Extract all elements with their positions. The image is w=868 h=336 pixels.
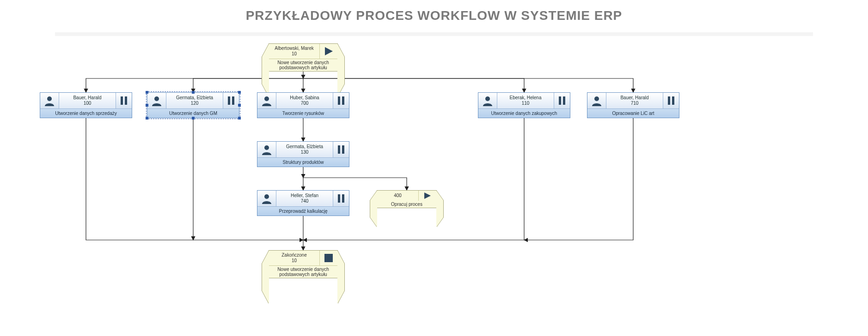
svg-rect-10 xyxy=(559,96,561,105)
svg-rect-4 xyxy=(228,96,230,105)
task-owner: Heller, Stefan xyxy=(276,193,333,198)
subprocess-code: 400 xyxy=(379,193,416,198)
svg-rect-13 xyxy=(668,96,670,105)
task-code: 100 xyxy=(59,101,116,106)
task-desc: Przeprowadź kalkulację xyxy=(257,206,349,216)
task-node-130[interactable]: Germata, Elżbieta 130 Struktury produktó… xyxy=(257,141,349,167)
person-icon xyxy=(587,93,606,108)
person-icon xyxy=(40,93,59,108)
person-icon xyxy=(147,93,166,108)
svg-rect-2 xyxy=(125,96,127,105)
end-node-label: Zakończone xyxy=(271,252,318,258)
svg-point-0 xyxy=(47,96,52,101)
svg-rect-11 xyxy=(563,96,565,105)
task-node-710[interactable]: Bauer, Harald 710 Opracowanie LiC art xyxy=(587,92,679,118)
start-node-owner: Albertowski, Marek xyxy=(271,46,318,51)
start-node-code: 10 xyxy=(271,51,318,57)
task-code: 110 xyxy=(497,101,554,106)
subprocess-node-400[interactable]: 400 Opracuj proces xyxy=(377,190,437,208)
task-owner: Germata, Elżbieta xyxy=(276,144,333,150)
svg-rect-7 xyxy=(338,96,340,105)
task-code: 710 xyxy=(606,101,663,106)
svg-rect-19 xyxy=(338,194,340,203)
svg-point-18 xyxy=(264,194,269,199)
svg-rect-8 xyxy=(342,96,344,105)
play-icon xyxy=(320,44,337,59)
start-node-desc: Nowe utworzenie danych podstawowych arty… xyxy=(269,59,337,71)
svg-rect-14 xyxy=(672,96,674,105)
task-code: 740 xyxy=(276,198,333,204)
task-desc: Utworzenie danych zakupowych xyxy=(478,108,570,118)
stop-icon xyxy=(320,251,337,265)
person-icon xyxy=(257,142,276,157)
person-icon xyxy=(257,191,276,206)
svg-point-6 xyxy=(264,96,269,101)
pause-icon xyxy=(333,191,349,206)
task-desc: Opracowanie LiC art xyxy=(587,108,679,118)
pause-icon xyxy=(554,93,570,108)
task-code: 700 xyxy=(276,101,333,106)
subprocess-desc: Opracuj proces xyxy=(377,201,436,208)
task-owner: Bauer, Harald xyxy=(59,95,116,101)
svg-rect-1 xyxy=(121,96,123,105)
svg-rect-17 xyxy=(342,145,344,154)
task-code: 130 xyxy=(276,150,333,155)
pause-icon xyxy=(116,93,132,108)
pause-icon xyxy=(333,93,349,108)
svg-rect-16 xyxy=(338,145,340,154)
pause-icon xyxy=(663,93,679,108)
pause-icon xyxy=(223,93,239,108)
task-node-120[interactable]: Germata, Elżbieta 120 Utworzenie danych … xyxy=(147,92,239,118)
task-desc: Struktury produktów xyxy=(257,157,349,167)
task-node-110[interactable]: Eberak, Helena 110 Utworzenie danych zak… xyxy=(478,92,570,118)
task-desc: Utworzenie danych sprzedaży xyxy=(40,108,132,118)
play-icon xyxy=(419,191,436,201)
start-node[interactable]: Albertowski, Marek 10 Nowe utworzenie da… xyxy=(269,43,338,72)
end-node[interactable]: Zakończone 10 Nowe utworzenie danych pod… xyxy=(269,250,338,278)
task-owner: Bauer, Harald xyxy=(606,95,663,101)
task-node-740[interactable]: Heller, Stefan 740 Przeprowadź kalkulacj… xyxy=(257,190,349,216)
svg-point-15 xyxy=(264,145,269,150)
task-node-100[interactable]: Bauer, Harald 100 Utworzenie danych sprz… xyxy=(40,92,132,118)
task-owner: Germata, Elżbieta xyxy=(166,95,223,101)
task-owner: Huber, Sabina xyxy=(276,95,333,101)
end-node-desc: Nowe utworzenie danych podstawowych arty… xyxy=(269,266,337,278)
svg-rect-5 xyxy=(232,96,234,105)
task-code: 120 xyxy=(166,101,223,106)
svg-point-3 xyxy=(154,96,159,101)
person-icon xyxy=(257,93,276,108)
end-node-code: 10 xyxy=(271,258,318,264)
svg-rect-20 xyxy=(342,194,344,203)
task-desc: Tworzenie rysunków xyxy=(257,108,349,118)
person-icon xyxy=(478,93,497,108)
svg-point-12 xyxy=(594,96,599,101)
task-owner: Eberak, Helena xyxy=(497,95,554,101)
task-node-700[interactable]: Huber, Sabina 700 Tworzenie rysunków xyxy=(257,92,349,118)
svg-rect-21 xyxy=(324,254,333,262)
svg-point-9 xyxy=(485,96,490,101)
task-desc: Utworzenie danych GM xyxy=(147,108,239,118)
connectors-layer xyxy=(0,0,868,336)
pause-icon xyxy=(333,142,349,157)
